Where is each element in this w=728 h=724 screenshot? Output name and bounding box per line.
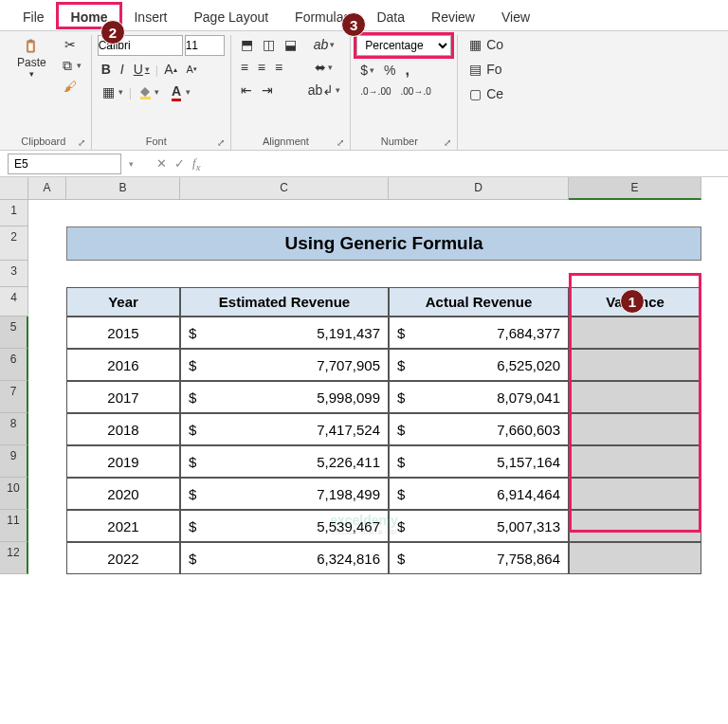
formula-input[interactable]	[204, 154, 728, 174]
enter-formula-button[interactable]: ✓	[171, 154, 189, 172]
cell-A10[interactable]	[28, 478, 66, 510]
row-header-1[interactable]: 1	[0, 200, 28, 226]
align-center-button[interactable]: ≡	[254, 58, 269, 77]
accounting-format-button[interactable]: $	[356, 61, 378, 80]
cell-B3[interactable]	[66, 261, 180, 287]
underline-button[interactable]: U	[130, 60, 154, 79]
cell-A4[interactable]	[28, 287, 66, 317]
cell-C3[interactable]	[180, 261, 389, 287]
percent-format-button[interactable]: %	[380, 61, 399, 80]
decrease-font-button[interactable]: A▾	[183, 62, 201, 77]
format-as-table-button[interactable]: ▤ Fo	[464, 60, 505, 79]
align-middle-button[interactable]: ◫	[259, 35, 279, 54]
spreadsheet-grid[interactable]: ABCDE12Using Generic Formula34YearEstima…	[0, 177, 728, 574]
tab-page-layout[interactable]: Page Layout	[180, 4, 282, 30]
cell-C1[interactable]	[180, 200, 389, 226]
year-cell: 2019	[66, 445, 180, 478]
cell-D1[interactable]	[389, 200, 569, 226]
paste-button[interactable]: Paste ▾	[11, 35, 52, 82]
cell-A3[interactable]	[28, 261, 66, 287]
decrease-decimal-button[interactable]: .00→.0	[397, 84, 435, 99]
cell-A11[interactable]	[28, 510, 66, 542]
row-header-6[interactable]: 6	[0, 349, 28, 381]
comma-format-button[interactable]: ,	[402, 60, 413, 81]
clipboard-launcher-icon[interactable]: ⤢	[78, 137, 85, 150]
decrease-indent-button[interactable]: ⇤	[237, 81, 256, 100]
cell-A9[interactable]	[28, 445, 66, 478]
col-header-C[interactable]: C	[180, 177, 389, 200]
variance-cell[interactable]	[569, 510, 701, 542]
variance-cell[interactable]	[569, 413, 701, 445]
row-header-7[interactable]: 7	[0, 381, 28, 413]
conditional-formatting-button[interactable]: ▦ Co	[464, 35, 507, 54]
increase-font-button[interactable]: A▴	[160, 60, 180, 79]
font-size-select[interactable]	[185, 35, 225, 56]
row-header-12[interactable]: 12	[0, 542, 28, 574]
cell-A6[interactable]	[28, 349, 66, 381]
cell-A12[interactable]	[28, 542, 66, 574]
insert-function-button[interactable]: fx	[189, 154, 204, 174]
col-header-D[interactable]: D	[389, 177, 569, 200]
bold-button[interactable]: B	[98, 60, 115, 79]
row-header-5[interactable]: 5	[0, 317, 28, 349]
align-bottom-button[interactable]: ⬓	[281, 35, 300, 54]
font-color-button[interactable]: A	[165, 82, 194, 101]
tab-data[interactable]: Data	[363, 4, 418, 30]
cell-B1[interactable]	[66, 200, 180, 226]
font-launcher-icon[interactable]: ⤢	[217, 137, 225, 150]
table-header-0: Year	[66, 287, 180, 317]
select-all-corner[interactable]	[0, 177, 28, 200]
align-right-button[interactable]: ≡	[271, 58, 286, 77]
cell-E3[interactable]	[569, 261, 701, 287]
variance-cell[interactable]	[569, 317, 701, 349]
italic-button[interactable]: I	[117, 60, 128, 79]
align-top-button[interactable]: ⬒	[237, 35, 257, 54]
row-header-2[interactable]: 2	[0, 226, 28, 261]
variance-cell[interactable]	[569, 349, 701, 381]
row-header-3[interactable]: 3	[0, 261, 28, 287]
brush-icon: 🖌	[63, 79, 78, 94]
cell-A7[interactable]	[28, 381, 66, 413]
col-header-A[interactable]: A	[28, 177, 66, 200]
row-header-9[interactable]: 9	[0, 445, 28, 478]
row-header-10[interactable]: 10	[0, 478, 28, 510]
variance-cell[interactable]	[569, 445, 701, 478]
increase-indent-button[interactable]: ⇥	[258, 81, 277, 100]
variance-cell[interactable]	[569, 542, 701, 574]
tab-view[interactable]: View	[488, 4, 543, 30]
align-middle-icon: ◫	[263, 37, 275, 52]
orientation-button[interactable]: ab	[304, 35, 345, 54]
row-header-11[interactable]: 11	[0, 510, 28, 542]
col-header-B[interactable]: B	[66, 177, 180, 200]
col-header-E[interactable]: E	[569, 177, 701, 200]
cut-button[interactable]: ✂	[56, 35, 85, 54]
cell-D3[interactable]	[389, 261, 569, 287]
increase-decimal-button[interactable]: .0→.00	[356, 84, 394, 99]
fill-color-button[interactable]	[134, 82, 163, 101]
tab-insert[interactable]: Insert	[120, 4, 180, 30]
number-launcher-icon[interactable]: ⤢	[444, 137, 451, 150]
cell-A8[interactable]	[28, 413, 66, 445]
tab-review[interactable]: Review	[418, 4, 488, 30]
cell-E1[interactable]	[569, 200, 701, 226]
borders-button[interactable]: ▦	[98, 82, 127, 101]
wrap-text-button[interactable]: ab↲	[304, 81, 345, 100]
copy-button[interactable]: ⧉	[56, 56, 85, 75]
cell-A2[interactable]	[28, 226, 66, 261]
row-header-4[interactable]: 4	[0, 287, 28, 317]
variance-cell[interactable]	[569, 381, 701, 413]
format-painter-button[interactable]: 🖌	[56, 77, 85, 96]
number-format-select[interactable]: Percentage	[356, 35, 451, 56]
align-left-button[interactable]: ≡	[237, 58, 252, 77]
cancel-formula-button[interactable]: ✕	[153, 154, 171, 172]
cell-A5[interactable]	[28, 317, 66, 349]
tab-file[interactable]: File	[9, 4, 58, 30]
cell-styles-button[interactable]: ▢ Ce	[464, 84, 507, 103]
variance-cell[interactable]	[569, 478, 701, 510]
alignment-launcher-icon[interactable]: ⤢	[337, 137, 344, 150]
group-styles-partial: ▦ Co ▤ Fo ▢ Ce	[458, 35, 513, 150]
name-box[interactable]	[8, 154, 121, 174]
merge-button[interactable]: ⬌	[304, 58, 345, 77]
cell-A1[interactable]	[28, 200, 66, 226]
row-header-8[interactable]: 8	[0, 413, 28, 445]
